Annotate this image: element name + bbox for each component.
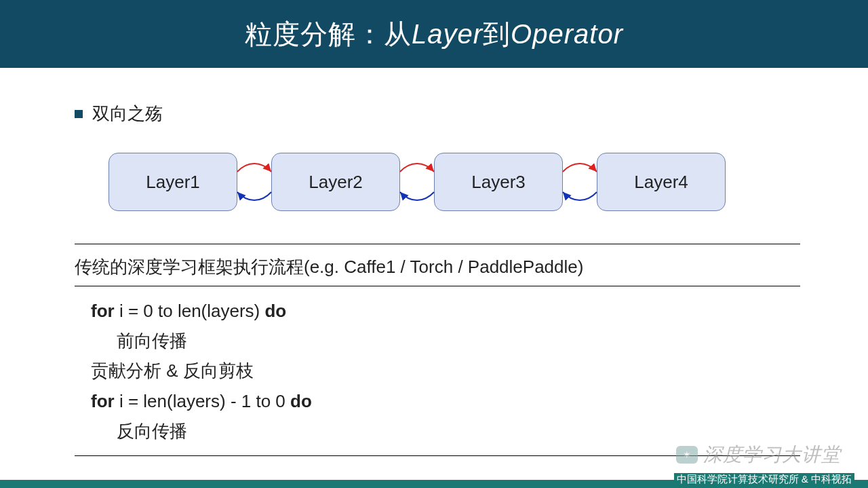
algo-line-for1: for i = 0 to len(layers) do [91, 296, 800, 326]
footer: 中国科学院计算技术研究所 & 中科视拓 [0, 480, 868, 488]
for2-range: i = len(layers) - 1 to 0 [115, 391, 290, 411]
kw-for2: for [91, 391, 115, 411]
algo-body: for i = 0 to len(layers) do 前向传播 贡献分析 & … [75, 296, 800, 446]
algo-line-for2: for i = len(layers) - 1 to 0 do [91, 386, 800, 416]
title-layer: Layer [412, 19, 483, 49]
kw-for: for [91, 301, 115, 321]
footer-text: 中国科学院计算技术研究所 & 中科视拓 [674, 473, 854, 486]
algo-line-fwd: 前向传播 [91, 326, 800, 356]
layer-diagram: Layer1 Layer2 Layer3 Layer4 [108, 145, 760, 219]
title-pre: 粒度分解：从 [245, 19, 412, 49]
kw-do2: do [290, 391, 312, 411]
slide-title: 粒度分解：从Layer到Operator [245, 16, 623, 53]
algo-rule-top [75, 244, 800, 244]
algorithm-block: 传统的深度学习框架执行流程(e.g. Caffe1 / Torch / Padd… [75, 244, 800, 456]
bullet-text: 双向之殇 [92, 102, 163, 126]
layer1-box: Layer1 [108, 153, 237, 211]
title-to: 到 [483, 19, 511, 49]
content-area: 双向之殇 Layer1 Layer2 Layer3 Layer4 [0, 68, 868, 456]
bullet-item: 双向之殇 [75, 102, 793, 126]
wechat-icon: ✶ [676, 446, 698, 464]
for1-range: i = 0 to len(layers) [115, 301, 265, 321]
layer3-box: Layer3 [434, 153, 563, 211]
watermark-text: 深度学习大讲堂 [703, 442, 841, 468]
layer2-box: Layer2 [271, 153, 400, 211]
watermark: ✶ 深度学习大讲堂 [676, 442, 841, 468]
algo-rule-mid [75, 286, 800, 286]
algo-line-mid: 贡献分析 & 反向剪枝 [91, 356, 800, 386]
title-operator: Operator [511, 19, 623, 49]
bullet-icon [75, 110, 83, 118]
layer4-box: Layer4 [597, 153, 726, 211]
title-bar: 粒度分解：从Layer到Operator [0, 0, 868, 68]
algo-title: 传统的深度学习框架执行流程(e.g. Caffe1 / Torch / Padd… [75, 251, 800, 286]
slide: 粒度分解：从Layer到Operator 双向之殇 Layer1 Layer2 … [0, 0, 868, 488]
kw-do: do [264, 301, 286, 321]
